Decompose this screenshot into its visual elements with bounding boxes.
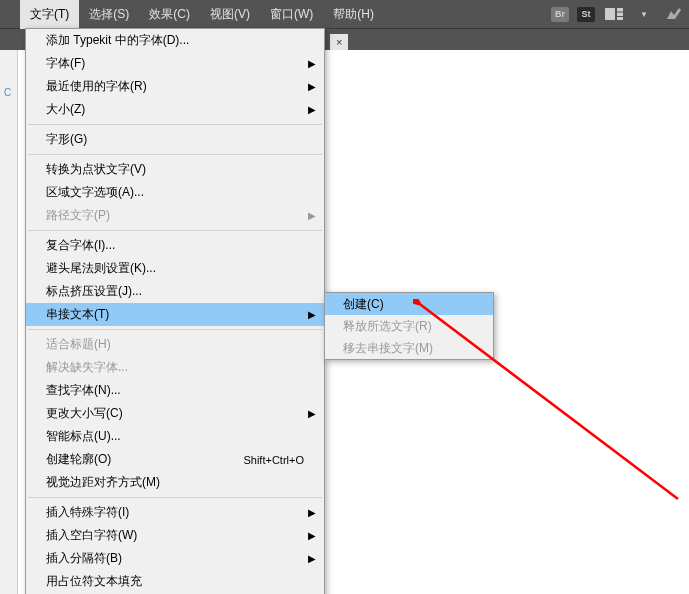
- chevron-down-icon[interactable]: ▼: [633, 5, 655, 23]
- chevron-right-icon: ▶: [308, 104, 316, 115]
- menu-find-font[interactable]: 查找字体(N)...: [26, 379, 324, 402]
- chevron-right-icon: ▶: [308, 530, 316, 541]
- menu-optical-margin[interactable]: 视觉边距对齐方式(M): [26, 471, 324, 494]
- svg-rect-3: [617, 17, 623, 20]
- menu-area-options[interactable]: 区域文字选项(A)...: [26, 181, 324, 204]
- menu-whitespace-chars[interactable]: 插入空白字符(W)▶: [26, 524, 324, 547]
- menu-recent-fonts[interactable]: 最近使用的字体(R)▶: [26, 75, 324, 98]
- st-icon[interactable]: St: [577, 7, 595, 22]
- menu-create-outlines[interactable]: 创建轮廓(O)Shift+Ctrl+O: [26, 448, 324, 471]
- menu-separator: [28, 124, 322, 125]
- chevron-right-icon: ▶: [308, 507, 316, 518]
- menubar-item-view[interactable]: 视图(V): [200, 0, 260, 29]
- text-menu-dropdown: 添加 Typekit 中的字体(D)... 字体(F)▶ 最近使用的字体(R)▶…: [25, 28, 325, 594]
- threaded-text-submenu: 创建(C) 释放所选文字(R) 移去串接文字(M): [324, 292, 494, 360]
- menu-separator: [28, 154, 322, 155]
- svg-rect-1: [617, 8, 623, 12]
- menubar: 文字(T) 选择(S) 效果(C) 视图(V) 窗口(W) 帮助(H) Br S…: [0, 0, 689, 28]
- menubar-item-help[interactable]: 帮助(H): [323, 0, 384, 29]
- menubar-item-select[interactable]: 选择(S): [79, 0, 139, 29]
- menu-special-chars[interactable]: 插入特殊字符(I)▶: [26, 501, 324, 524]
- chevron-right-icon: ▶: [308, 210, 316, 221]
- menu-separator: [28, 329, 322, 330]
- sidebar-item-c[interactable]: C: [0, 85, 17, 100]
- menu-threaded-text[interactable]: 串接文本(T)▶: [26, 303, 324, 326]
- menu-separator: [28, 230, 322, 231]
- menubar-item-effect[interactable]: 效果(C): [139, 0, 200, 29]
- chevron-right-icon: ▶: [308, 81, 316, 92]
- menu-resolve-missing: 解决缺失字体...: [26, 356, 324, 379]
- svg-rect-2: [617, 13, 623, 17]
- shortcut-text: Shift+Ctrl+O: [243, 454, 304, 466]
- menu-composite-font[interactable]: 复合字体(I)...: [26, 234, 324, 257]
- chevron-right-icon: ▶: [308, 408, 316, 419]
- menu-glyphs[interactable]: 字形(G): [26, 128, 324, 151]
- br-icon[interactable]: Br: [551, 7, 569, 22]
- chevron-right-icon: ▶: [308, 553, 316, 564]
- menu-fit-headline: 适合标题(H): [26, 333, 324, 356]
- menu-separator: [28, 497, 322, 498]
- menu-fill-placeholder[interactable]: 用占位符文本填充: [26, 570, 324, 593]
- chevron-right-icon: ▶: [308, 58, 316, 69]
- menu-mojikumi[interactable]: 标点挤压设置(J)...: [26, 280, 324, 303]
- sidebar: C: [0, 50, 18, 594]
- menu-font[interactable]: 字体(F)▶: [26, 52, 324, 75]
- submenu-create[interactable]: 创建(C): [325, 293, 493, 315]
- menubar-item-text[interactable]: 文字(T): [20, 0, 79, 29]
- svg-rect-0: [605, 8, 615, 20]
- menu-kinsoku[interactable]: 避头尾法则设置(K)...: [26, 257, 324, 280]
- wing-icon[interactable]: [663, 5, 685, 23]
- tab-close-button[interactable]: ×: [330, 34, 348, 50]
- menu-add-typekit[interactable]: 添加 Typekit 中的字体(D)...: [26, 29, 324, 52]
- menu-smart-punctuation[interactable]: 智能标点(U)...: [26, 425, 324, 448]
- menu-path-text: 路径文字(P)▶: [26, 204, 324, 227]
- menu-break-chars[interactable]: 插入分隔符(B)▶: [26, 547, 324, 570]
- menu-convert-point[interactable]: 转换为点状文字(V): [26, 158, 324, 181]
- menubar-item-window[interactable]: 窗口(W): [260, 0, 323, 29]
- menu-change-case[interactable]: 更改大小写(C)▶: [26, 402, 324, 425]
- chevron-right-icon: ▶: [308, 309, 316, 320]
- submenu-remove: 移去串接文字(M): [325, 337, 493, 359]
- layout-icon[interactable]: [603, 5, 625, 23]
- submenu-release: 释放所选文字(R): [325, 315, 493, 337]
- menu-size[interactable]: 大小(Z)▶: [26, 98, 324, 121]
